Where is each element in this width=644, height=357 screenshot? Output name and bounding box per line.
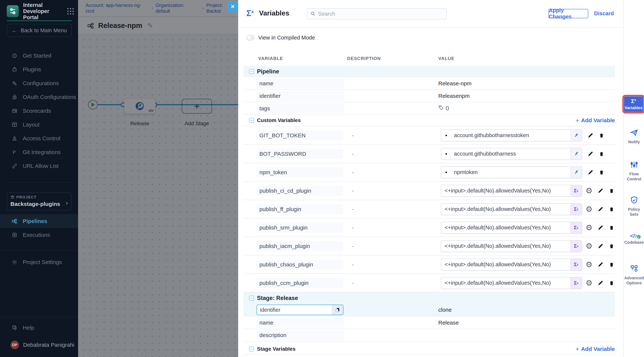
sidebar-item-pipelines[interactable]: Pipelines xyxy=(0,214,78,228)
variable-value-field[interactable]: <+input>.default(No).allowedValues(Yes,N… xyxy=(441,203,582,215)
variable-row-name: nameRelease xyxy=(244,316,615,329)
search-input[interactable]: Search xyxy=(307,8,447,20)
project-selector[interactable]: PROJECT Backstage-plugins › xyxy=(7,192,72,210)
edit-icon[interactable] xyxy=(598,243,604,249)
collapse-icon[interactable]: − xyxy=(249,118,254,123)
sidebar-item-url-allow-list[interactable]: URL Allow List xyxy=(0,159,78,173)
rail-tab-notify[interactable]: Notify xyxy=(624,128,644,144)
variable-value-field[interactable]: <+input>.default(No).allowedValues(Yes,N… xyxy=(441,258,582,270)
module-grid-icon[interactable] xyxy=(67,8,74,14)
runtime-input-icon[interactable]: Σx xyxy=(570,222,582,233)
edit-icon[interactable] xyxy=(587,132,594,139)
delete-icon[interactable] xyxy=(598,132,604,139)
discard-button[interactable]: Discard xyxy=(594,10,614,16)
sidebar-item-executions[interactable]: Executions xyxy=(0,228,78,242)
pin-icon[interactable] xyxy=(570,148,582,160)
settings-gear-icon[interactable]: ⚙ xyxy=(586,242,592,250)
runtime-input-icon[interactable]: Σx xyxy=(570,204,582,215)
rail-tab-codebase[interactable]: </>✓Codebase xyxy=(624,233,644,245)
sidebar-item-project-settings[interactable]: Project Settings xyxy=(0,255,78,269)
pipelines-icon xyxy=(10,218,19,224)
edit-icon[interactable] xyxy=(598,280,604,286)
col-value: VALUE xyxy=(438,56,454,61)
settings-gear-icon[interactable]: ⚙ xyxy=(586,205,592,213)
edit-icon[interactable] xyxy=(598,224,604,231)
modal-backdrop[interactable] xyxy=(78,0,238,357)
edit-icon[interactable] xyxy=(598,262,604,268)
sidebar-item-git-integrations[interactable]: Git Integrations xyxy=(0,145,78,159)
rail-tab-advanced-options[interactable]: Advanced Options xyxy=(624,264,644,286)
tags-value: 0 xyxy=(438,105,449,112)
variable-value-field[interactable]: account.githubbotharness xyxy=(441,148,582,160)
project-chevron-icon: › xyxy=(66,199,68,206)
close-drawer-button[interactable]: × xyxy=(227,1,238,12)
add-variable-button[interactable]: +Add Variable xyxy=(576,117,615,124)
delete-icon[interactable] xyxy=(598,151,604,157)
delete-icon[interactable] xyxy=(608,224,614,231)
delete-icon[interactable] xyxy=(598,169,604,176)
back-to-main-menu-button[interactable]: ← Back to Main Menu xyxy=(7,24,72,37)
app-root: Internal Developer Portal ← Back to Main… xyxy=(0,0,644,357)
settings-gear-icon[interactable]: ⚙ xyxy=(586,261,592,268)
expression-value: <+input>.default(No).allowedValues(Yes,N… xyxy=(441,188,570,194)
pin-icon[interactable] xyxy=(570,130,582,141)
variable-value-field[interactable]: <+input>.default(No).allowedValues(Yes,N… xyxy=(441,240,582,252)
idp-logo-icon xyxy=(7,5,19,17)
variable-value-field[interactable]: <+input>.default(No).allowedValues(Yes,N… xyxy=(441,185,582,197)
sidebar-item-access-control[interactable]: Access Control xyxy=(0,132,78,145)
delete-icon[interactable] xyxy=(608,188,614,194)
scorecards-icon xyxy=(10,108,19,114)
settings-gear-icon[interactable]: ⚙ xyxy=(586,224,592,232)
collapse-icon[interactable]: − xyxy=(249,296,254,300)
delete-icon[interactable] xyxy=(608,243,614,249)
sidebar-item-help[interactable]: Help xyxy=(0,321,78,335)
git-icon xyxy=(10,150,19,155)
edit-icon[interactable] xyxy=(587,151,594,157)
variable-name: publish_ff_plugin xyxy=(256,204,343,214)
apply-changes-button[interactable]: Apply Changes xyxy=(548,9,588,18)
rail-tab-variables[interactable]: ΣxVariables xyxy=(624,96,643,112)
pin-icon[interactable] xyxy=(570,167,582,178)
edit-icon[interactable] xyxy=(598,206,604,212)
variable-value-field[interactable]: account.githubbotharnesstoken xyxy=(441,130,582,142)
sidebar-item-scorecards[interactable]: Scorecards xyxy=(0,104,78,118)
settings-gear-icon[interactable]: ⚙ xyxy=(586,187,592,195)
sidebar-item-configurations[interactable]: Configurations xyxy=(0,76,78,90)
section-header-stage-variables: −Stage Variables+Add Variable xyxy=(244,344,615,355)
help-chat-icon xyxy=(10,325,19,330)
delete-icon[interactable] xyxy=(608,262,614,268)
delete-icon[interactable] xyxy=(608,280,614,286)
rail-tab-policy-sets[interactable]: Policy Sets xyxy=(624,196,644,217)
row-actions: ⚙ xyxy=(581,242,614,250)
add-variable-button[interactable]: +Add Variable xyxy=(576,346,615,353)
edit-icon[interactable] xyxy=(598,188,604,194)
runtime-input-icon[interactable]: Σx xyxy=(570,278,582,288)
collapse-icon[interactable]: − xyxy=(249,346,254,352)
runtime-input-icon[interactable]: Σx xyxy=(570,259,582,270)
edit-icon[interactable] xyxy=(587,169,594,176)
section-header-custom-variables: −Custom Variables+Add Variable xyxy=(244,115,615,126)
rail-tab-label: Codebase xyxy=(624,240,644,245)
variable-row-identifier: identifierReleasenpm xyxy=(244,90,615,102)
collapse-icon[interactable]: − xyxy=(249,69,254,74)
variable-value-field[interactable]: npmtoken xyxy=(441,166,582,178)
sidebar-item-plugins[interactable]: Plugins xyxy=(0,62,78,76)
sidebar-item-get-started[interactable]: Get Started xyxy=(0,49,78,62)
variable-value-field[interactable]: <+input>.default(No).allowedValues(Yes,N… xyxy=(441,277,582,289)
runtime-input-icon[interactable]: Σx xyxy=(570,240,582,252)
compiled-mode-toggle[interactable] xyxy=(246,35,254,40)
runtime-input-icon[interactable]: Σx xyxy=(570,185,582,196)
delete-icon[interactable] xyxy=(608,206,614,212)
variable-row-name: nameRelease-npm xyxy=(244,77,615,90)
sidebar-item-oauth-configurations[interactable]: OAuth Configurations xyxy=(0,90,78,104)
row-actions: ⚙ xyxy=(581,224,614,232)
variable-value-field[interactable]: <+input>.default(No).allowedValues(Yes,N… xyxy=(441,222,582,234)
settings-gear-icon[interactable]: ⚙ xyxy=(586,279,592,287)
back-arrow-icon: ← xyxy=(11,27,17,34)
stage-identifier-input[interactable]: identifier xyxy=(256,305,344,315)
sidebar-item-layout[interactable]: Layout xyxy=(0,118,78,132)
variable-row-tags: tags0 xyxy=(244,102,615,115)
rail-tab-flow-control[interactable]: Flow Control xyxy=(624,160,644,182)
copy-icon[interactable] xyxy=(332,305,343,315)
user-menu[interactable]: DP Debabrata Panigrahi xyxy=(10,340,74,349)
